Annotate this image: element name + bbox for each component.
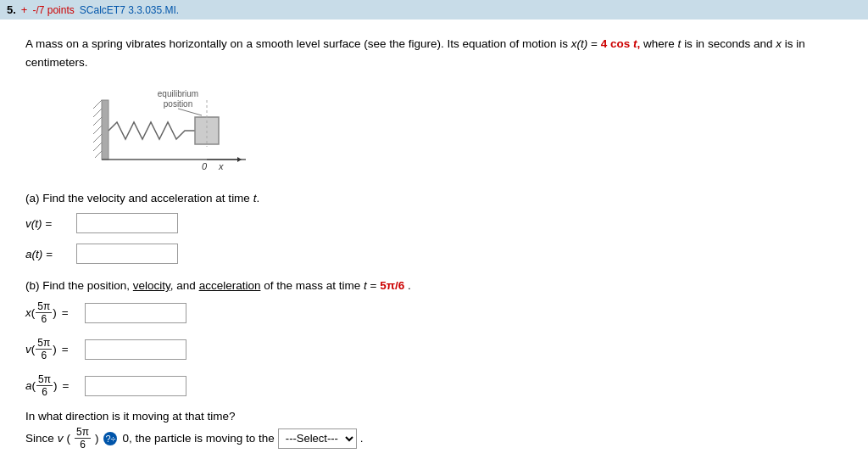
points-label: -/7 points xyxy=(32,4,74,16)
question-header: 5. + -/7 points SCalcET7 3.3.035.MI. xyxy=(0,0,868,20)
vt-label: v(t) = xyxy=(25,217,76,230)
vt-row: v(t) = xyxy=(25,213,843,233)
svg-text:0: 0 xyxy=(202,161,208,171)
svg-line-2 xyxy=(93,109,102,117)
problem-statement: A mass on a spring vibrates horizontally… xyxy=(25,35,843,71)
svg-line-3 xyxy=(93,117,102,126)
direction-section: In what direction is it moving at that t… xyxy=(25,410,843,451)
direction-question: In what direction is it moving at that t… xyxy=(25,410,843,423)
vt-input[interactable] xyxy=(76,213,178,233)
v-frac-input[interactable] xyxy=(85,339,186,360)
x-frac-input[interactable] xyxy=(85,303,186,323)
svg-text:equilibrium: equilibrium xyxy=(158,89,198,98)
problem-text-where: where xyxy=(643,37,678,50)
a-row: a ( 5π 6 ) = xyxy=(25,373,843,398)
at-label: a(t) = xyxy=(25,248,76,260)
svg-line-5 xyxy=(93,134,102,143)
svg-text:position: position xyxy=(164,99,192,109)
svg-line-6 xyxy=(93,143,102,151)
comparison-icon[interactable]: ?÷ xyxy=(103,432,117,445)
svg-line-7 xyxy=(95,151,102,158)
x-row: x ( 5π 6 ) = xyxy=(25,300,843,325)
since-text: Since xyxy=(25,432,54,445)
main-content: A mass on a spring vibrates horizontally… xyxy=(0,20,868,476)
equation-highlight: 4 cos t, xyxy=(601,37,641,50)
v-row: v ( 5π 6 ) = xyxy=(25,337,843,361)
svg-line-4 xyxy=(93,126,102,134)
problem-text-before: A mass on a spring vibrates horizontally… xyxy=(25,37,568,50)
since-line: Since v ( 5π 6 ) ?÷ 0, the particle is m… xyxy=(25,426,843,451)
zero-text: 0, the particle is moving to the xyxy=(122,432,274,445)
plus-icon: + xyxy=(21,3,28,16)
ref-label: SCalcET7 3.3.035.MI. xyxy=(80,4,179,16)
question-number: 5. xyxy=(7,3,16,16)
at-input[interactable] xyxy=(76,244,178,264)
a-frac-input[interactable] xyxy=(85,376,186,396)
at-row: a(t) = xyxy=(25,244,843,264)
figure-area: 0 x equilibrium position xyxy=(93,83,263,176)
svg-line-1 xyxy=(93,100,102,109)
direction-select[interactable]: ---Select--- left right xyxy=(278,428,357,449)
svg-marker-14 xyxy=(237,157,242,162)
spring-figure: 0 x equilibrium position xyxy=(93,83,263,176)
svg-line-17 xyxy=(178,109,202,115)
svg-rect-0 xyxy=(102,100,108,160)
part-b-label: (b) Find the position, velocity, and acc… xyxy=(25,279,843,292)
svg-text:x: x xyxy=(218,161,224,171)
part-a-label: (a) Find the velocity and acceleration a… xyxy=(25,192,843,204)
